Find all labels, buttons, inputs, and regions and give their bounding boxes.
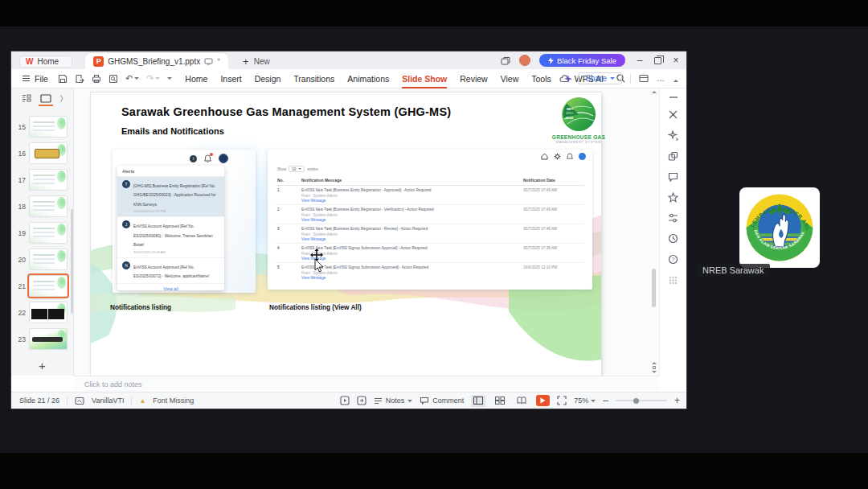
slide-thumbnail[interactable] [29, 249, 68, 270]
document-tab[interactable]: P GHGMS_Briefing_v1.pptx * [85, 53, 228, 69]
alert-item[interactable]: J EnVISS Account Approved [Ref No. ES/20… [117, 217, 224, 257]
view-message-link[interactable]: View Message [301, 276, 518, 280]
close-button[interactable]: × [670, 55, 682, 65]
window-stack-icon[interactable] [501, 56, 510, 65]
save-icon[interactable] [58, 74, 68, 84]
slide-thumbnail[interactable] [29, 142, 68, 164]
zoom-slider-knob[interactable] [633, 398, 639, 404]
thumbnail-row-selected[interactable]: 21 [11, 275, 70, 297]
table-row[interactable]: 1 EnVISS New Task [Business Entity Regis… [276, 186, 584, 205]
menu-view[interactable]: View [501, 74, 519, 84]
fit-slide-icon[interactable] [557, 396, 567, 405]
redo-caret-icon[interactable] [155, 77, 160, 82]
help-icon[interactable]: ? [668, 254, 678, 265]
slide-sorter-view-button[interactable] [493, 395, 507, 407]
view-message-link[interactable]: View Message [301, 257, 518, 261]
slide-thumbnail[interactable] [29, 302, 68, 323]
history-icon[interactable] [668, 233, 678, 244]
export-icon[interactable] [75, 74, 84, 84]
menu-insert[interactable]: Insert [220, 74, 241, 84]
menu-home[interactable]: Home [185, 74, 207, 84]
ribbon-layout-icon[interactable] [639, 74, 649, 83]
share-button[interactable]: Share [578, 72, 622, 84]
view-message-link[interactable]: View Message [301, 199, 518, 203]
panel-scrollbar[interactable] [71, 209, 73, 314]
undo-caret-icon[interactable] [134, 77, 139, 82]
view-message-link[interactable]: View Message [301, 237, 518, 241]
restore-button[interactable] [654, 57, 661, 64]
more-menu-icon[interactable]: … [657, 74, 665, 83]
menu-slide-show[interactable]: Slide Show [402, 74, 447, 84]
comment-panel-icon[interactable] [668, 172, 678, 182]
thumbnail-row[interactable]: 23 [11, 328, 70, 350]
minimize-button[interactable]: – [634, 55, 645, 65]
normal-view-button[interactable] [471, 395, 485, 407]
collapse-icon[interactable] [669, 96, 678, 99]
apps-grid-icon[interactable] [668, 275, 678, 286]
add-slide-button[interactable]: + [11, 359, 73, 372]
view-message-link[interactable]: View Message [301, 218, 518, 222]
next-slide-icon[interactable] [652, 371, 657, 373]
theme-name[interactable]: VanillaVTI [92, 397, 124, 405]
thumbnail-row[interactable]: 19 [11, 222, 70, 244]
scrollbar-thumb[interactable] [652, 269, 656, 307]
settings-sliders-icon[interactable] [668, 213, 678, 223]
thumbnail-row[interactable]: 20 [11, 249, 70, 270]
slide-canvas[interactable]: Sarawak Greenhouse Gas Management System… [91, 92, 601, 376]
notes-toggle[interactable]: Notes [374, 397, 413, 405]
print-icon[interactable] [92, 74, 101, 84]
theme-icon[interactable] [75, 397, 84, 405]
panel-expand-icon[interactable]: 〉 [60, 93, 63, 103]
slide-thumbnail[interactable] [29, 195, 68, 217]
menu-transitions[interactable]: Transitions [293, 74, 334, 84]
star-favorites-icon[interactable] [668, 192, 678, 203]
canvas-scrollbar[interactable] [649, 88, 659, 376]
zoom-level-control[interactable]: 75% [574, 397, 596, 405]
thumbnail-row[interactable]: 22 [11, 302, 70, 323]
slideshow-play-button[interactable] [536, 395, 550, 406]
font-missing-label[interactable]: Font Missing [153, 397, 194, 405]
zoom-slider[interactable] [616, 400, 667, 401]
table-row[interactable]: 2 EnVISS New Task [Business Entity Regis… [276, 205, 584, 224]
menu-review[interactable]: Review [460, 74, 487, 84]
play-from-current-icon[interactable] [357, 396, 366, 405]
zoom-out-button[interactable]: – [603, 395, 608, 406]
notes-input[interactable]: Click to add notes [74, 376, 659, 392]
outline-view-icon[interactable] [22, 94, 31, 102]
print-preview-icon[interactable] [108, 74, 118, 84]
menu-tools[interactable]: Tools [531, 74, 551, 84]
reading-view-button[interactable] [514, 395, 529, 407]
cloud-icon[interactable] [559, 75, 570, 83]
collapse-ribbon-icon[interactable] [674, 77, 678, 82]
ai-assistant-icon[interactable] [668, 130, 678, 141]
alert-item[interactable]: N EnVISS Account Approved [Ref No. ES/20… [117, 258, 224, 283]
slide-thumbnail[interactable] [29, 222, 68, 244]
thumbnail-row[interactable]: 16 [11, 142, 70, 164]
new-tab-button[interactable]: + New [243, 57, 270, 66]
previous-slide-icon[interactable] [652, 362, 657, 364]
promo-button[interactable]: Black Friday Sale [539, 54, 625, 67]
redo-icon[interactable]: ↷ [146, 73, 154, 84]
table-row[interactable]: 3 EnVISS New Task [Business Entity Regis… [276, 224, 584, 244]
slide-thumbnail[interactable] [29, 328, 68, 350]
quickbar-more-icon[interactable] [167, 77, 172, 82]
shapes-icon[interactable] [668, 151, 678, 162]
play-from-start-icon[interactable] [340, 396, 350, 405]
undo-icon[interactable]: ↶ [125, 73, 133, 84]
view-all-link[interactable]: View all [117, 283, 224, 290]
comment-button[interactable]: Comment [420, 397, 464, 405]
thumbnail-row[interactable]: 18 [11, 195, 70, 217]
file-menu[interactable]: File [22, 74, 48, 84]
entries-select[interactable]: 10 [289, 166, 305, 172]
scroll-up-icon[interactable] [652, 91, 657, 93]
home-tab[interactable]: W Home [19, 55, 72, 68]
menu-animations[interactable]: Animations [347, 74, 389, 84]
zoom-in-button[interactable]: + [674, 395, 680, 406]
account-avatar[interactable] [519, 55, 530, 66]
participant-video-tile[interactable]: LEMBAGA SUMBER ASLI DAN ALAM SEKITAR SAR… [739, 187, 820, 268]
slide-thumbnail[interactable] [29, 116, 68, 138]
slide-thumbnail-selected[interactable] [29, 275, 68, 297]
thumbnail-row[interactable]: 17 [11, 169, 70, 191]
quick-tools-icon[interactable] [668, 109, 678, 120]
browse-slides-icon[interactable] [653, 366, 656, 369]
